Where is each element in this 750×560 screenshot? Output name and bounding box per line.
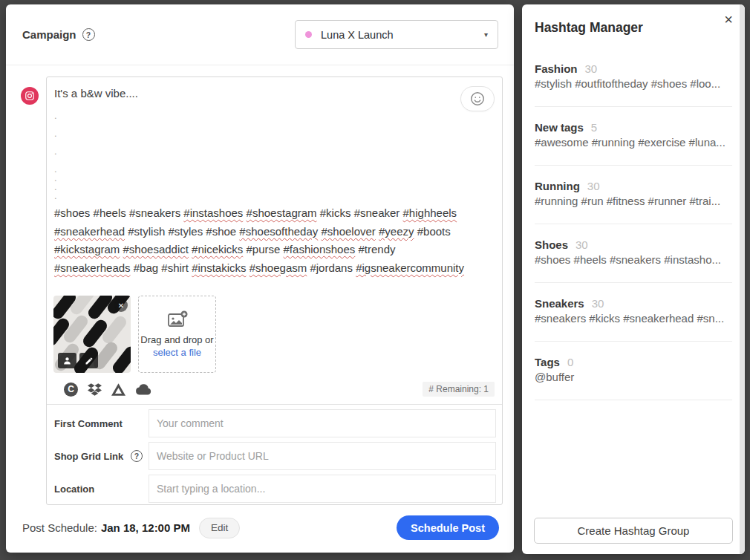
hashtag-group-new-tags[interactable]: New tags 5 #awesome #running #exercise #… bbox=[535, 107, 732, 166]
hashtag-block: #shoes #heels #sneakers #instashoes #sho… bbox=[54, 204, 493, 277]
hashtag: #kicks bbox=[320, 206, 351, 219]
hashtag: #purse bbox=[246, 243, 280, 255]
post-schedule-label: Post Schedule: bbox=[22, 521, 97, 534]
edit-schedule-button[interactable]: Edit bbox=[199, 518, 240, 538]
shop-grid-help-icon[interactable]: ? bbox=[131, 450, 143, 462]
first-comment-input[interactable]: Your comment bbox=[149, 409, 496, 437]
first-comment-row: First Comment Your comment bbox=[47, 408, 496, 438]
location-row: Location Start typing a location... bbox=[47, 474, 496, 504]
emoji-picker-button[interactable] bbox=[460, 86, 495, 111]
select-file-link[interactable]: select a file bbox=[153, 346, 201, 359]
hashtag: #sneaker bbox=[354, 206, 400, 219]
campaign-label: Campaign bbox=[22, 28, 76, 41]
campaign-color-dot bbox=[305, 31, 312, 38]
file-dropzone[interactable]: Drag and drop or select a file bbox=[138, 296, 216, 373]
hashtag: #yeezy bbox=[379, 225, 414, 238]
remaining-badge: # Remaining: 1 bbox=[423, 382, 495, 397]
campaign-selected-value: Luna X Launch bbox=[321, 29, 394, 41]
campaign-help-icon[interactable]: ? bbox=[82, 28, 95, 41]
instagram-icon bbox=[21, 87, 39, 105]
chevron-down-icon: ▾ bbox=[484, 30, 488, 39]
hashtag: #styles bbox=[168, 225, 203, 238]
hashtag: #shoes bbox=[54, 206, 90, 219]
hashtag-group-list: Fashion 30 #stylish #outfitoftheday #sho… bbox=[535, 62, 732, 400]
edit-media-icon[interactable] bbox=[79, 353, 98, 368]
shop-grid-link-row: Shop Grid Link ? Website or Product URL bbox=[47, 441, 496, 471]
hashtag: #shoe bbox=[206, 225, 236, 238]
schedule-post-button[interactable]: Schedule Post bbox=[397, 515, 499, 540]
panel-scrollbar[interactable] bbox=[740, 4, 745, 554]
location-input[interactable]: Start typing a location... bbox=[149, 475, 496, 503]
hashtag: #heels bbox=[94, 206, 126, 219]
first-comment-label: First Comment bbox=[54, 418, 123, 429]
shop-grid-link-input[interactable]: Website or Product URL bbox=[149, 442, 496, 470]
post-composer-modal: Campaign ? Luna X Launch ▾ It's a b&w vi… bbox=[6, 4, 514, 553]
hashtag: #shoegasm bbox=[250, 261, 307, 274]
caption-first-line: It's a b&w vibe.... bbox=[54, 86, 493, 101]
dropzone-text: Drag and drop or bbox=[140, 333, 213, 346]
tag-people-icon[interactable] bbox=[58, 353, 76, 368]
hashtag: #shoelover bbox=[321, 225, 375, 238]
canva-icon[interactable]: C bbox=[64, 382, 78, 397]
hashtag: #highheels bbox=[403, 206, 457, 219]
hashtag: #jordans bbox=[310, 261, 353, 274]
hashtag: #trendy bbox=[358, 243, 395, 255]
close-icon[interactable]: × bbox=[724, 12, 733, 27]
composer-body: It's a b&w vibe.... . . . . . . bbox=[6, 65, 514, 506]
hashtag: #boots bbox=[417, 225, 451, 238]
hashtag: #stylish bbox=[128, 225, 165, 238]
post-schedule-value: Jan 18, 12:00 PM bbox=[101, 521, 190, 534]
cloud-upload-icon[interactable] bbox=[135, 384, 151, 395]
hashtag: #instashoes bbox=[183, 206, 243, 219]
composer-header: Campaign ? Luna X Launch ▾ bbox=[6, 4, 514, 65]
hashtag-group-tags[interactable]: Tags 0 @buffer bbox=[535, 342, 732, 400]
hashtag-manager-title: Hashtag Manager bbox=[535, 20, 732, 36]
hashtag: #nicekicks bbox=[192, 243, 243, 255]
caption-editor-card: It's a b&w vibe.... . . . . . . bbox=[46, 76, 503, 505]
hashtag: #fashionshoes bbox=[284, 243, 356, 255]
shop-grid-link-label: Shop Grid Link bbox=[54, 451, 123, 462]
hashtag: #sneakerheads bbox=[54, 261, 131, 274]
caption-dot-lines: . . . . . . . bbox=[54, 110, 493, 199]
hashtag-group-sneakers[interactable]: Sneakers 30 #sneakers #kicks #sneakerhea… bbox=[535, 283, 732, 342]
hashtag-group-fashion[interactable]: Fashion 30 #stylish #outfitoftheday #sho… bbox=[535, 62, 732, 107]
hashtag: #shirt bbox=[161, 261, 189, 274]
media-thumbnail[interactable]: ✕ bbox=[53, 296, 131, 373]
add-image-icon bbox=[167, 310, 188, 328]
hashtag-manager-panel: × Hashtag Manager Fashion 30 #stylish #o… bbox=[522, 4, 745, 554]
hashtag: #shoesoftheday bbox=[239, 225, 318, 238]
hashtag: #sneakerhead bbox=[54, 225, 125, 238]
create-hashtag-group-button[interactable]: Create Hashtag Group bbox=[534, 518, 733, 544]
hashtag-group-running[interactable]: Running 30 #running #run #fitness #runne… bbox=[535, 166, 732, 224]
extra-fields-section: First Comment Your comment Shop Grid Lin… bbox=[47, 405, 502, 508]
hashtag: #igsneakercommunity bbox=[356, 261, 464, 274]
campaign-select[interactable]: Luna X Launch ▾ bbox=[295, 20, 498, 49]
hashtag: #sneakers bbox=[129, 206, 180, 219]
hashtag-group-shoes[interactable]: Shoes 30 #shoes #heels #sneakers #instas… bbox=[535, 224, 732, 283]
media-sources-row: C # Remaining: 1 bbox=[47, 374, 502, 405]
location-label: Location bbox=[54, 484, 94, 495]
hashtag: #shoesaddict bbox=[123, 243, 189, 255]
hashtag: #shoestagram bbox=[247, 206, 317, 219]
media-row: ✕ bbox=[53, 296, 493, 373]
hashtag: #kickstagram bbox=[54, 243, 120, 255]
hashtag: #instakicks bbox=[192, 261, 246, 274]
composer-footer: Post Schedule: Jan 18, 12:00 PM Edit Sch… bbox=[6, 506, 514, 553]
google-drive-icon[interactable] bbox=[111, 383, 125, 396]
remove-media-icon[interactable]: ✕ bbox=[114, 299, 128, 312]
hashtag: #bag bbox=[134, 261, 158, 274]
caption-textarea[interactable]: It's a b&w vibe.... . . . . . . bbox=[47, 77, 502, 373]
dropbox-icon[interactable] bbox=[88, 383, 102, 396]
